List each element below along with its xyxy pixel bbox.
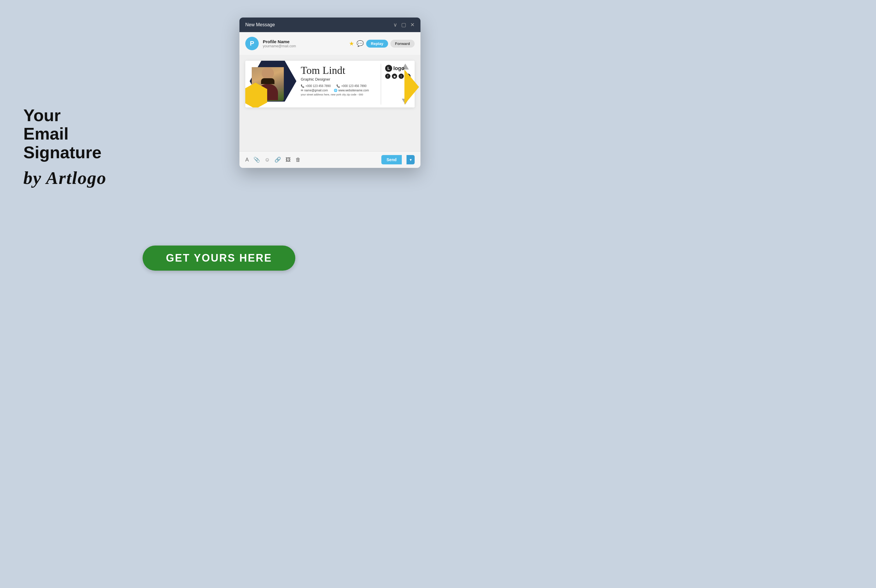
email-toolbar: A 📎 ☺ 🔗 🖼 🗑 Send ▾ <box>240 151 420 168</box>
sig-contacts-row1: 📞 +000 123 456 7890 📞 +000 123 456 7890 <box>301 84 410 88</box>
minimize-icon[interactable]: ∨ <box>393 22 397 28</box>
email-item: ✉ name@gmail.com <box>301 89 328 92</box>
forward-button[interactable]: Forward <box>390 40 415 48</box>
sig-contacts-row2: ✉ name@gmail.com 🌐 www.websitename.com <box>301 89 410 92</box>
phone1-item: 📞 +000 123 456 7890 <box>301 84 330 88</box>
twitter-icon: t <box>399 74 404 79</box>
signature-card: Tom Lindt Graphic Designer 📞 +000 123 45… <box>245 61 415 108</box>
link-icon[interactable]: 🔗 <box>274 156 281 163</box>
byline: by Artlogo <box>23 168 146 188</box>
sig-content: Tom Lindt Graphic Designer 📞 +000 123 45… <box>298 61 415 108</box>
website-item: 🌐 www.websitename.com <box>334 89 369 92</box>
cta-container: GET YOURS HERE <box>142 246 295 271</box>
facebook-icon: f <box>385 74 390 79</box>
maximize-icon[interactable]: ▢ <box>401 22 406 28</box>
sig-email-text: name@gmail.com <box>304 89 328 92</box>
left-section: Your Email Signature by Artlogo <box>23 106 146 188</box>
attachment-icon[interactable]: 📎 <box>254 156 260 163</box>
send-button[interactable]: Send <box>381 155 402 164</box>
email-body: Tom Lindt Graphic Designer 📞 +000 123 45… <box>240 55 420 151</box>
logo-label: logo <box>393 65 404 72</box>
compose-area <box>245 108 415 146</box>
sig-photo-area <box>245 61 298 108</box>
delete-icon[interactable]: 🗑 <box>296 157 301 163</box>
close-icon[interactable]: ✕ <box>410 22 415 28</box>
profile-email: yourname@mail.com <box>263 44 345 48</box>
profile-name: Profile Name <box>263 39 345 44</box>
star-icon: ★ <box>349 40 354 47</box>
email-window: New Message ∨ ▢ ✕ P Profile Name yournam… <box>240 18 420 168</box>
headline-line2: Email Signature <box>23 124 102 162</box>
chat-icon: 💬 <box>357 40 364 47</box>
send-arrow-button[interactable]: ▾ <box>406 155 415 164</box>
email-titlebar: New Message ∨ ▢ ✕ <box>240 18 420 32</box>
headline: Your Email Signature <box>23 106 146 162</box>
logo-icon: L <box>385 65 392 72</box>
phone1-text: +000 123 456 7890 <box>305 84 330 88</box>
sig-website-text: www.websitename.com <box>338 89 369 92</box>
email-header: P Profile Name yourname@mail.com ★ 💬 Rep… <box>240 32 420 55</box>
emoji-icon[interactable]: ☺ <box>264 157 270 163</box>
replay-button[interactable]: Replay <box>366 40 388 48</box>
image-icon[interactable]: 🖼 <box>286 157 291 163</box>
instagram-icon: ◉ <box>392 74 397 79</box>
avatar: P <box>245 37 259 50</box>
headline-line1: Your <box>23 105 61 124</box>
phone2-item: 📞 +000 123 456 7890 <box>336 84 366 88</box>
sig-address: your street address here, new york city … <box>301 93 410 96</box>
svg-marker-1 <box>245 82 267 108</box>
cta-button[interactable]: GET YOURS HERE <box>142 246 295 271</box>
email-actions: ★ 💬 Replay Forward <box>349 40 415 48</box>
sig-divider <box>381 64 381 105</box>
format-text-icon[interactable]: A <box>245 157 249 163</box>
phone2-text: +000 123 456 7890 <box>341 84 366 88</box>
titlebar-controls: ∨ ▢ ✕ <box>393 22 415 28</box>
email-window-title: New Message <box>245 22 275 27</box>
hex-yellow-svg <box>245 81 268 108</box>
yellow-triangle-accent <box>404 69 419 105</box>
profile-info: Profile Name yourname@mail.com <box>263 39 345 48</box>
